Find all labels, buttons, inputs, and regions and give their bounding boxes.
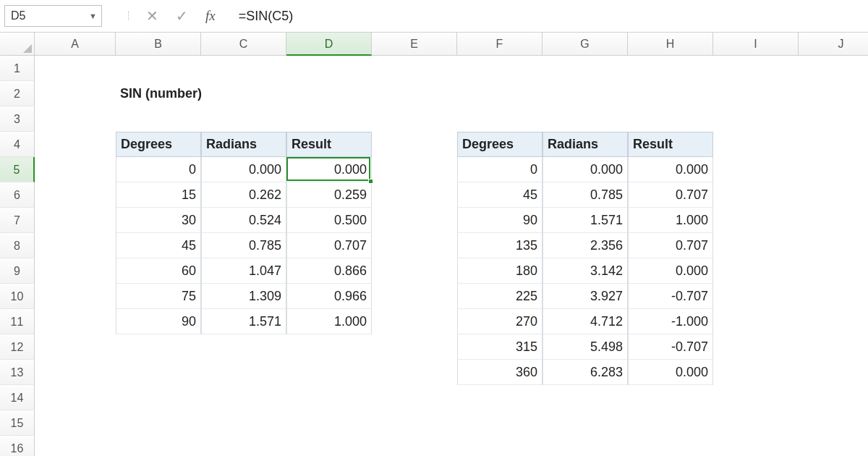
column-header-I[interactable]: I (713, 33, 799, 56)
row-header-13[interactable]: 13 (0, 360, 35, 385)
cell-C8[interactable]: 0.785 (201, 233, 286, 258)
fill-handle[interactable] (368, 179, 373, 184)
cell-H6[interactable]: 0.707 (628, 182, 713, 208)
row-header-7[interactable]: 7 (0, 208, 35, 233)
cell-D11[interactable]: 1.000 (286, 309, 372, 334)
cell-G6[interactable]: 0.785 (542, 182, 628, 208)
cell-C5[interactable]: 0.000 (201, 157, 286, 182)
column-header-D[interactable]: D (286, 33, 372, 56)
cell-B8[interactable]: 45 (116, 233, 201, 258)
formula-bar-icons: ✕ ✓ fx (102, 7, 230, 25)
name-box[interactable]: D5 ▼ (4, 5, 102, 27)
cell-H8[interactable]: 0.707 (628, 233, 713, 258)
cell-G7[interactable]: 1.571 (542, 208, 628, 233)
cell-D10[interactable]: 0.966 (286, 284, 372, 309)
cell-D5[interactable]: 0.000 (286, 157, 372, 182)
cell-C11[interactable]: 1.571 (201, 309, 286, 334)
row-header-16[interactable]: 16 (0, 436, 35, 456)
cell-B2[interactable]: SIN (number) (116, 81, 333, 106)
cell-F13[interactable]: 360 (457, 360, 542, 385)
cell-C4[interactable]: Radians (201, 132, 286, 157)
accept-icon[interactable]: ✓ (176, 7, 188, 25)
row-header-3[interactable]: 3 (0, 106, 35, 132)
cell-F11[interactable]: 270 (457, 309, 542, 334)
row-header-5[interactable]: 5 (0, 157, 35, 182)
formula-bar: D5 ▼ ✕ ✓ fx =SIN(C5) (0, 0, 868, 33)
cell-G8[interactable]: 2.356 (542, 233, 628, 258)
row-headers: 12345678910111213141516 (0, 56, 35, 456)
cell-C9[interactable]: 1.047 (201, 258, 286, 284)
column-header-B[interactable]: B (116, 33, 201, 56)
cell-C7[interactable]: 0.524 (201, 208, 286, 233)
column-headers: ABCDEFGHIJ (35, 33, 868, 56)
cell-B5[interactable]: 0 (116, 157, 201, 182)
column-header-E[interactable]: E (372, 33, 457, 56)
name-box-value: D5 (11, 9, 25, 22)
cell-H9[interactable]: 0.000 (628, 258, 713, 284)
cell-H4[interactable]: Result (628, 132, 713, 157)
cell-G9[interactable]: 3.142 (542, 258, 628, 284)
cell-G13[interactable]: 6.283 (542, 360, 628, 385)
cell-D4[interactable]: Result (286, 132, 372, 157)
cell-G4[interactable]: Radians (542, 132, 628, 157)
cell-B10[interactable]: 75 (116, 284, 201, 309)
cell-B11[interactable]: 90 (116, 309, 201, 334)
cell-C10[interactable]: 1.309 (201, 284, 286, 309)
cell-H13[interactable]: 0.000 (628, 360, 713, 385)
cell-F4[interactable]: Degrees (457, 132, 542, 157)
row-header-15[interactable]: 15 (0, 410, 35, 436)
cell-F12[interactable]: 315 (457, 334, 542, 360)
cell-F7[interactable]: 90 (457, 208, 542, 233)
cell-F10[interactable]: 225 (457, 284, 542, 309)
row-header-2[interactable]: 2 (0, 81, 35, 106)
row-header-1[interactable]: 1 (0, 56, 35, 81)
cell-F6[interactable]: 45 (457, 182, 542, 208)
cell-G11[interactable]: 4.712 (542, 309, 628, 334)
cell-H5[interactable]: 0.000 (628, 157, 713, 182)
cell-H7[interactable]: 1.000 (628, 208, 713, 233)
row-header-8[interactable]: 8 (0, 233, 35, 258)
select-all-corner[interactable] (0, 33, 35, 56)
cell-D8[interactable]: 0.707 (286, 233, 372, 258)
column-header-A[interactable]: A (35, 33, 116, 56)
cell-G12[interactable]: 5.498 (542, 334, 628, 360)
cell-B4[interactable]: Degrees (116, 132, 201, 157)
column-header-J[interactable]: J (799, 33, 868, 56)
cell-D9[interactable]: 0.866 (286, 258, 372, 284)
column-header-G[interactable]: G (542, 33, 628, 56)
cell-D7[interactable]: 0.500 (286, 208, 372, 233)
cell-F9[interactable]: 180 (457, 258, 542, 284)
row-header-10[interactable]: 10 (0, 284, 35, 309)
row-header-12[interactable]: 12 (0, 334, 35, 360)
chevron-down-icon[interactable]: ▼ (89, 12, 97, 20)
cell-H10[interactable]: -0.707 (628, 284, 713, 309)
cell-F5[interactable]: 0 (457, 157, 542, 182)
cell-B7[interactable]: 30 (116, 208, 201, 233)
row-header-4[interactable]: 4 (0, 132, 35, 157)
cell-B9[interactable]: 60 (116, 258, 201, 284)
cell-B6[interactable]: 15 (116, 182, 201, 208)
row-header-6[interactable]: 6 (0, 182, 35, 208)
cell-C6[interactable]: 0.262 (201, 182, 286, 208)
cell-G10[interactable]: 3.927 (542, 284, 628, 309)
row-header-9[interactable]: 9 (0, 258, 35, 284)
cell-D6[interactable]: 0.259 (286, 182, 372, 208)
cancel-icon[interactable]: ✕ (146, 7, 158, 25)
column-header-C[interactable]: C (201, 33, 286, 56)
fx-icon[interactable]: fx (205, 8, 216, 24)
cell-H12[interactable]: -0.707 (628, 334, 713, 360)
column-header-H[interactable]: H (628, 33, 713, 56)
cell-F8[interactable]: 135 (457, 233, 542, 258)
row-header-11[interactable]: 11 (0, 309, 35, 334)
row-header-14[interactable]: 14 (0, 385, 35, 410)
separator-icon (128, 12, 129, 20)
formula-input[interactable]: =SIN(C5) (230, 9, 868, 24)
cell-H11[interactable]: -1.000 (628, 309, 713, 334)
cell-G5[interactable]: 0.000 (542, 157, 628, 182)
column-header-F[interactable]: F (457, 33, 542, 56)
